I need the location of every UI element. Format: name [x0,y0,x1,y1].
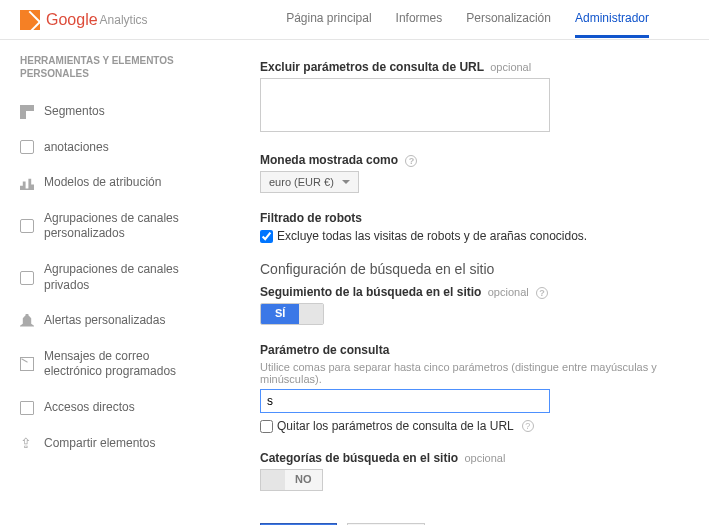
help-icon[interactable]: ? [405,155,417,167]
sidebar-item-emails[interactable]: Mensajes de correo electrónico programad… [20,339,200,390]
group-private-icon [20,271,34,285]
categories-label: Categorías de búsqueda en el sitio opcio… [260,451,689,465]
label-text: Moneda mostrada como [260,153,398,167]
share-icon: ⇪ [20,436,34,450]
currency-label: Moneda mostrada como ? [260,153,689,167]
sidebar-item-label: anotaciones [44,140,109,156]
tracking-label: Seguimiento de la búsqueda en el sitio o… [260,285,689,299]
param-hint: Utilice comas para separar hasta cinco p… [260,361,689,385]
page-icon [20,401,34,415]
sidebar-item-label: Agrupaciones de canales privados [44,262,200,293]
help-icon[interactable]: ? [536,287,548,299]
mail-icon [20,357,34,371]
help-icon[interactable]: ? [522,420,534,432]
sidebar-item-label: Agrupaciones de canales personalizados [44,211,200,242]
segments-icon [20,105,34,119]
sidebar: HERRAMIENTAS Y ELEMENTOS PERSONALES Segm… [0,40,200,525]
sidebar-item-segments[interactable]: Segmentos [20,94,200,130]
logo-main: Google [46,11,98,29]
optional-tag: opcional [464,452,505,464]
logo-sub: Analytics [100,13,148,27]
sidebar-item-label: Segmentos [44,104,105,120]
optional-tag: opcional [490,61,531,73]
sidebar-item-share[interactable]: ⇪ Compartir elementos [20,426,200,462]
currency-value: euro (EUR €) [269,176,334,188]
toggle-off-label: NO [285,470,322,490]
sidebar-item-alerts[interactable]: Alertas personalizadas [20,303,200,339]
nav-reports[interactable]: Informes [396,1,443,38]
tracking-toggle[interactable]: SÍ [260,303,324,325]
param-label: Parámetro de consulta [260,343,689,357]
sidebar-item-private-channels[interactable]: Agrupaciones de canales privados [20,252,200,303]
nav-home[interactable]: Página principal [286,1,371,38]
annotations-icon [20,140,34,154]
nav-admin[interactable]: Administrador [575,1,649,38]
sidebar-item-custom-channels[interactable]: Agrupaciones de canales personalizados [20,201,200,252]
label-text: Categorías de búsqueda en el sitio [260,451,458,465]
bell-icon [20,314,34,328]
exclude-params-label: Excluir parámetros de consulta de URL op… [260,60,689,74]
label-text: Seguimiento de la búsqueda en el sitio [260,285,481,299]
strip-label: Quitar los parámetros de consulta de la … [277,419,514,433]
robots-check-label: Excluye todas las visitas de robots y de… [277,229,587,243]
categories-toggle[interactable]: NO [260,469,323,491]
content: Excluir parámetros de consulta de URL op… [200,40,709,525]
search-section-title: Configuración de búsqueda en el sitio [260,261,689,277]
chevron-down-icon [342,180,350,184]
optional-tag: opcional [488,286,529,298]
sidebar-item-label: Alertas personalizadas [44,313,165,329]
header: Google Analytics Página principal Inform… [0,0,709,40]
toggle-on-label: SÍ [261,304,299,324]
param-input[interactable] [260,389,550,413]
strip-params-checkbox[interactable] [260,420,273,433]
nav-custom[interactable]: Personalización [466,1,551,38]
toggle-handle [261,470,285,490]
sidebar-item-attribution[interactable]: Modelos de atribución [20,165,200,201]
robots-checkbox[interactable] [260,230,273,243]
exclude-params-input[interactable] [260,78,550,132]
bars-icon [20,176,34,190]
top-nav: Página principal Informes Personalizació… [286,1,649,38]
label-text: Excluir parámetros de consulta de URL [260,60,484,74]
sidebar-item-annotations[interactable]: anotaciones [20,130,200,166]
logo-icon [20,10,40,30]
sidebar-item-label: Accesos directos [44,400,135,416]
toggle-handle [299,304,323,324]
sidebar-item-label: Compartir elementos [44,436,155,452]
sidebar-title: HERRAMIENTAS Y ELEMENTOS PERSONALES [20,54,200,80]
sidebar-item-label: Mensajes de correo electrónico programad… [44,349,200,380]
currency-select[interactable]: euro (EUR €) [260,171,359,193]
group-icon [20,219,34,233]
sidebar-item-shortcuts[interactable]: Accesos directos [20,390,200,426]
sidebar-item-label: Modelos de atribución [44,175,161,191]
robots-title: Filtrado de robots [260,211,689,225]
